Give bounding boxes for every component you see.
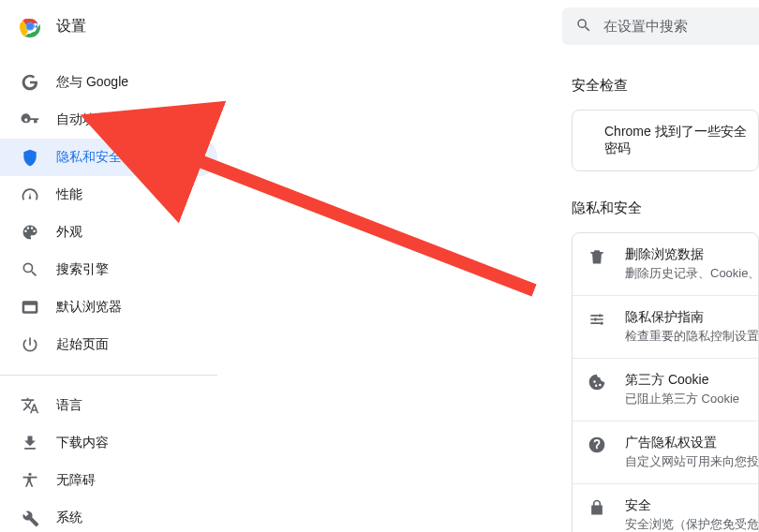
content-area: 安全检查 Chrome 找到了一些安全 密码 隐私和安全 删除浏览数据 删除历史… bbox=[572, 66, 759, 532]
row-sub: 已阻止第三方 Cookie bbox=[625, 391, 739, 407]
search-input[interactable]: 在设置中搜索 bbox=[562, 7, 759, 45]
sidebar-label: 起始页面 bbox=[56, 336, 109, 353]
svg-point-9 bbox=[599, 314, 602, 317]
security-check-card[interactable]: Chrome 找到了一些安全 密码 bbox=[572, 110, 759, 171]
sidebar-item-system[interactable]: 系统 bbox=[0, 499, 217, 532]
row-ad-privacy[interactable]: 广告隐私权设置 自定义网站可用来向您投 bbox=[573, 421, 758, 483]
svg-rect-6 bbox=[23, 302, 37, 304]
sidebar: 您与 Google 自动填充和密码 隐私和安全 性能 外观 搜索引擎 默认浏 bbox=[0, 56, 225, 532]
wrench-icon bbox=[21, 509, 39, 527]
sidebar-label: 语言 bbox=[56, 397, 82, 414]
translate-icon bbox=[21, 396, 39, 415]
section-title-privacy: 隐私和安全 bbox=[572, 200, 759, 217]
row-third-party-cookies[interactable]: 第三方 Cookie 已阻止第三方 Cookie bbox=[573, 358, 758, 421]
sidebar-item-accessibility[interactable]: 无障碍 bbox=[0, 462, 217, 499]
cookie-icon bbox=[588, 373, 606, 392]
sidebar-item-performance[interactable]: 性能 bbox=[0, 176, 217, 214]
sidebar-label: 系统 bbox=[56, 510, 82, 526]
svg-point-10 bbox=[594, 318, 597, 320]
row-title: 广告隐私权设置 bbox=[625, 435, 759, 451]
row-title: 第三方 Cookie bbox=[625, 372, 739, 389]
sidebar-item-downloads[interactable]: 下载内容 bbox=[0, 424, 217, 462]
sidebar-item-autofill[interactable]: 自动填充和密码 bbox=[0, 101, 217, 139]
sidebar-label: 默认浏览器 bbox=[56, 299, 122, 316]
palette-icon bbox=[21, 223, 39, 242]
sidebar-label: 您与 Google bbox=[56, 74, 128, 91]
sidebar-label: 性能 bbox=[56, 186, 82, 203]
row-sub: 安全浏览（保护您免受危 bbox=[625, 516, 759, 532]
sidebar-item-google[interactable]: 您与 Google bbox=[0, 64, 217, 101]
sidebar-item-privacy[interactable]: 隐私和安全 bbox=[0, 139, 217, 176]
sidebar-item-languages[interactable]: 语言 bbox=[0, 387, 217, 424]
privacy-card: 删除浏览数据 删除历史记录、Cookie、 隐私保护指南 检查重要的隐私控制设置… bbox=[572, 232, 759, 532]
tune-icon bbox=[588, 310, 606, 329]
section-title-security-check: 安全检查 bbox=[572, 77, 759, 95]
browser-icon bbox=[21, 298, 39, 317]
search-icon bbox=[21, 260, 39, 279]
lock-icon bbox=[588, 498, 606, 517]
sidebar-label: 自动填充和密码 bbox=[56, 111, 148, 128]
sidebar-item-default-browser[interactable]: 默认浏览器 bbox=[0, 288, 217, 326]
row-title: 安全 bbox=[625, 497, 759, 514]
power-icon bbox=[21, 335, 39, 354]
sidebar-item-appearance[interactable]: 外观 bbox=[0, 214, 217, 251]
sidebar-label: 隐私和安全 bbox=[56, 149, 122, 166]
row-sub: 删除历史记录、Cookie、 bbox=[625, 265, 759, 282]
google-g-icon bbox=[21, 73, 39, 92]
row-title: 删除浏览数据 bbox=[625, 246, 759, 263]
sidebar-label: 搜索引擎 bbox=[56, 261, 109, 278]
sidebar-label: 无障碍 bbox=[56, 472, 96, 489]
search-icon bbox=[575, 17, 603, 37]
sidebar-label: 外观 bbox=[56, 224, 82, 241]
ads-icon bbox=[588, 436, 606, 454]
row-sub: 检查重要的隐私控制设置 bbox=[625, 328, 759, 345]
row-clear-browsing-data[interactable]: 删除浏览数据 删除历史记录、Cookie、 bbox=[573, 233, 758, 295]
sidebar-item-on-startup[interactable]: 起始页面 bbox=[0, 326, 217, 363]
accessibility-icon bbox=[21, 471, 39, 490]
sidebar-divider bbox=[0, 375, 217, 376]
security-card-line1: Chrome 找到了一些安全 bbox=[604, 124, 747, 140]
svg-point-4 bbox=[27, 23, 34, 30]
row-sub: 自定义网站可用来向您投 bbox=[625, 453, 759, 470]
row-title: 隐私保护指南 bbox=[625, 309, 759, 326]
sidebar-label: 下载内容 bbox=[56, 435, 109, 451]
key-icon bbox=[21, 111, 39, 129]
download-icon bbox=[21, 434, 39, 452]
row-security[interactable]: 安全 安全浏览（保护您免受危 bbox=[573, 483, 758, 532]
search-placeholder: 在设置中搜索 bbox=[603, 18, 688, 36]
speedometer-icon bbox=[21, 185, 39, 204]
security-card-line2: 密码 bbox=[604, 140, 747, 157]
trash-icon bbox=[588, 247, 606, 266]
page-title: 设置 bbox=[56, 17, 86, 37]
row-privacy-guide[interactable]: 隐私保护指南 检查重要的隐私控制设置 bbox=[573, 295, 758, 358]
svg-line-13 bbox=[178, 153, 534, 290]
sidebar-item-search-engine[interactable]: 搜索引擎 bbox=[0, 251, 217, 288]
svg-point-11 bbox=[600, 322, 603, 325]
chrome-logo-icon bbox=[19, 15, 41, 37]
shield-icon bbox=[21, 148, 39, 167]
